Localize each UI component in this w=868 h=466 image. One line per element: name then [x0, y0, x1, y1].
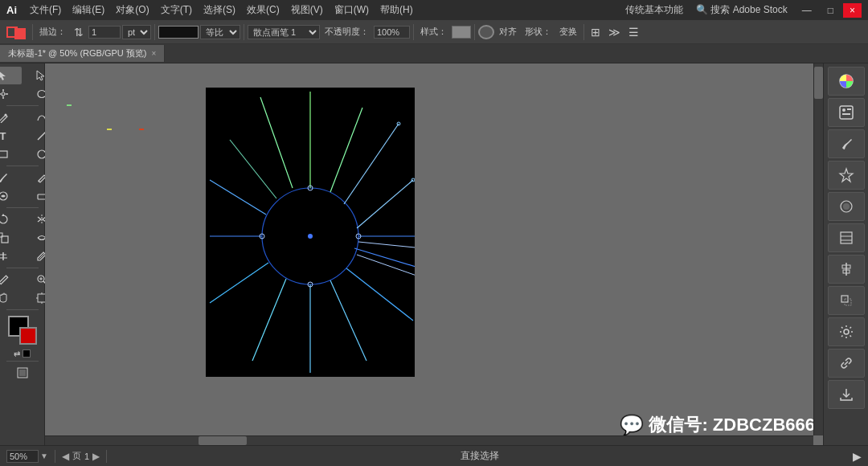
svg-line-43 [357, 180, 413, 228]
rectangle-tool[interactable] [0, 145, 22, 163]
align-icon[interactable] [478, 25, 494, 39]
ratio-select[interactable]: 等比 [200, 25, 240, 39]
brush-select[interactable]: 散点画笔 1 [248, 25, 320, 39]
arrange-icon[interactable]: ⊞ [588, 24, 604, 40]
hamburger-menu[interactable]: ☰ [625, 24, 642, 40]
svg-line-55 [330, 108, 362, 192]
selection-tool[interactable] [0, 67, 22, 84]
panel-links[interactable] [828, 349, 865, 378]
page-label: 页 [72, 450, 81, 462]
menu-file[interactable]: 文件(F) [25, 2, 66, 18]
align-label[interactable]: 对齐 [496, 24, 520, 39]
panel-graphic-styles[interactable] [828, 192, 865, 221]
opacity-input[interactable] [374, 26, 410, 39]
panel-export[interactable] [828, 380, 865, 409]
workspace-selector[interactable]: 传统基本功能 [620, 2, 688, 18]
panel-settings[interactable] [828, 317, 865, 346]
stroke-direction-icon[interactable]: ⇅ [71, 24, 87, 40]
toolbar-sep-2 [154, 24, 155, 40]
panel-brushes[interactable] [828, 129, 865, 158]
shape-label[interactable]: 形状： [522, 24, 555, 39]
rotate-tool[interactable] [0, 211, 22, 228]
svg-rect-72 [841, 232, 852, 243]
document-tab[interactable]: 未标题-1* @ 50% (RGB/GPU 预览) × [0, 45, 165, 62]
page-control[interactable]: ◀ 页 1 ▶ [62, 450, 100, 462]
panel-color[interactable] [828, 67, 865, 96]
fill-stroke-swatches[interactable] [8, 316, 37, 345]
panel-transform[interactable] [828, 286, 865, 315]
svg-line-54 [260, 97, 293, 188]
page-input[interactable]: 1 [84, 452, 89, 461]
zoom-control[interactable]: ▼ [6, 450, 48, 463]
tool-hint: 直接选择 [113, 449, 846, 463]
svg-line-50 [210, 263, 268, 303]
toolbar-sep-6 [583, 24, 584, 40]
blob-brush-tool[interactable] [0, 187, 22, 205]
minimize-button[interactable]: — [796, 3, 818, 18]
menu-effect[interactable]: 效果(C) [242, 2, 285, 18]
svg-rect-9 [0, 151, 7, 157]
prev-page-btn[interactable]: ◀ [62, 451, 69, 462]
svg-rect-21 [0, 276, 7, 284]
svg-marker-13 [2, 214, 5, 216]
type-tool[interactable]: T [0, 127, 22, 145]
right-panel [823, 63, 868, 445]
panel-symbols[interactable] [828, 161, 865, 190]
svg-point-80 [844, 329, 849, 334]
menu-edit[interactable]: 编辑(E) [68, 2, 109, 18]
magic-wand-tool[interactable] [0, 85, 22, 103]
hand-tool[interactable] [0, 289, 22, 307]
style-swatch[interactable] [452, 26, 471, 39]
stroke-preview[interactable] [158, 26, 199, 39]
scale-tool[interactable] [0, 229, 22, 247]
canvas-area[interactable]: 💬 微信号: ZDBCZB666 [45, 63, 823, 445]
measure-tool[interactable] [0, 271, 22, 288]
default-colors-icon[interactable] [23, 350, 31, 358]
width-tool[interactable] [0, 247, 22, 265]
next-page-btn[interactable]: ▶ [92, 451, 100, 462]
svg-point-40 [308, 234, 313, 239]
document-tab-close[interactable]: × [152, 49, 157, 58]
svg-rect-66 [840, 106, 853, 119]
gradient-strokes-area [49, 96, 194, 401]
panel-appearance[interactable] [828, 223, 865, 252]
horizontal-scrollbar[interactable] [45, 435, 813, 445]
zoom-input[interactable] [6, 450, 39, 463]
change-screen-mode[interactable] [4, 364, 41, 382]
panel-align[interactable] [828, 255, 865, 284]
svg-rect-69 [842, 113, 850, 115]
stroke-swatch[interactable] [19, 327, 37, 345]
tool-sep-6 [6, 361, 39, 362]
vertical-scrollbar-thumb[interactable] [814, 67, 823, 99]
vertical-scrollbar[interactable] [813, 63, 823, 435]
paintbrush-tool[interactable] [0, 169, 22, 186]
stroke-unit-select[interactable]: pt [122, 25, 151, 39]
panel-libraries[interactable] [828, 98, 865, 127]
pen-tool[interactable] [0, 108, 22, 126]
play-icon[interactable]: ▶ [853, 450, 862, 463]
menu-window[interactable]: 窗口(W) [330, 2, 374, 18]
search-stock[interactable]: 🔍 搜索 Adobe Stock [691, 2, 792, 18]
menu-view[interactable]: 视图(V) [286, 2, 328, 18]
transform-label[interactable]: 变换 [556, 24, 580, 39]
stroke-width-input[interactable] [88, 26, 121, 39]
maximize-button[interactable]: □ [821, 3, 840, 18]
status-bar: ▼ ◀ 页 1 ▶ 直接选择 ▶ [0, 445, 868, 466]
horizontal-scrollbar-thumb[interactable] [199, 436, 247, 445]
more-icon[interactable]: ≫ [605, 24, 624, 40]
tool-sep-2 [6, 166, 39, 166]
svg-point-10 [38, 150, 46, 158]
svg-marker-1 [37, 71, 44, 80]
zoom-down-arrow[interactable]: ▼ [40, 452, 48, 460]
menu-select[interactable]: 选择(S) [199, 2, 240, 18]
menu-object[interactable]: 对象(O) [111, 2, 154, 18]
watermark: 💬 微信号: ZDBCZB666 [620, 413, 815, 437]
main-layout: T [0, 63, 868, 445]
color-swatches: ⇄ [8, 316, 37, 358]
svg-line-47 [330, 280, 366, 361]
stroke-color-swatch[interactable] [3, 23, 29, 41]
swap-colors-icon[interactable]: ⇄ [14, 350, 20, 358]
close-button[interactable]: × [843, 3, 862, 18]
menu-text[interactable]: 文字(T) [156, 2, 197, 18]
menu-help[interactable]: 帮助(H) [375, 2, 418, 18]
